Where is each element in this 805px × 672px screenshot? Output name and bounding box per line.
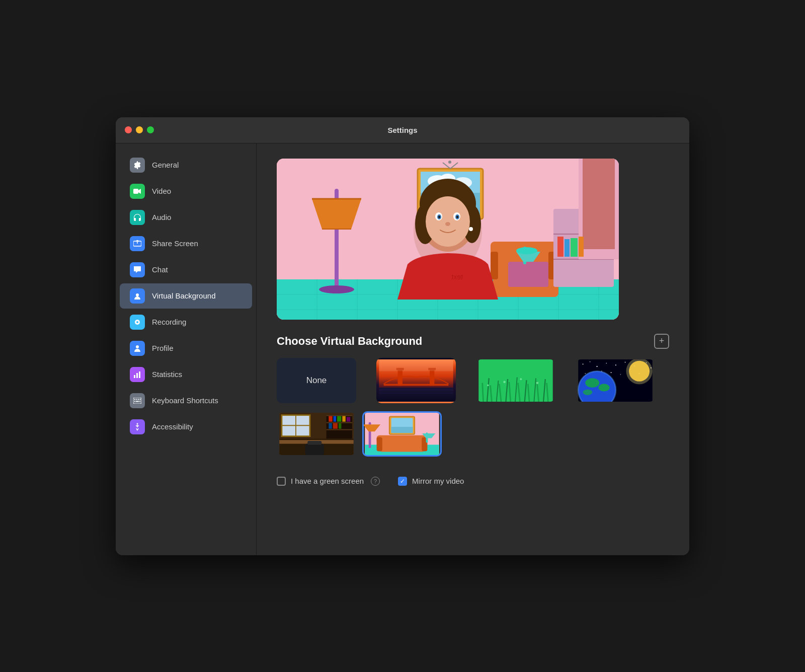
svg-point-114: [585, 373, 586, 374]
main-content: text Choose Virtual Background + None: [257, 143, 689, 555]
sidebar-label-general: General: [152, 161, 179, 169]
background-grid-row1: None: [277, 358, 669, 403]
sidebar-item-general[interactable]: General: [120, 153, 252, 178]
svg-point-107: [596, 365, 597, 366]
svg-rect-9: [133, 398, 141, 404]
svg-point-2: [136, 293, 139, 296]
accessibility-icon: [130, 419, 145, 434]
svg-point-124: [598, 384, 609, 391]
svg-rect-0: [133, 189, 138, 194]
svg-point-125: [583, 389, 593, 395]
sidebar-item-chat[interactable]: Chat: [120, 257, 252, 282]
svg-rect-78: [384, 384, 449, 386]
svg-rect-12: [138, 399, 139, 400]
sidebar-item-recording[interactable]: Recording: [120, 310, 252, 335]
sidebar-label-keyboard-shortcuts: Keyboard Shortcuts: [152, 396, 218, 405]
svg-point-108: [606, 362, 607, 363]
window-title: Settings: [387, 126, 417, 134]
svg-text:text: text: [451, 273, 463, 281]
svg-point-101: [503, 381, 506, 383]
svg-point-109: [615, 364, 616, 365]
profile-icon: [130, 341, 145, 356]
titlebar: Settings: [116, 117, 689, 143]
bg-cartoon-thumb[interactable]: [362, 411, 442, 457]
video-icon: [130, 184, 145, 199]
svg-rect-13: [140, 399, 141, 400]
svg-rect-135: [327, 429, 352, 430]
mirror-video-label[interactable]: ✓ Mirror my video: [398, 477, 464, 486]
sidebar-item-keyboard-shortcuts[interactable]: Keyboard Shortcuts: [120, 388, 252, 413]
svg-rect-56: [565, 239, 570, 257]
sidebar-item-video[interactable]: Video: [120, 179, 252, 204]
svg-rect-154: [377, 435, 428, 443]
green-screen-text: I have a green screen: [291, 477, 364, 485]
sidebar-label-virtual-background: Virtual Background: [152, 291, 215, 300]
svg-rect-149: [305, 443, 324, 455]
background-grid-row2: [277, 411, 669, 457]
svg-rect-159: [391, 427, 413, 433]
sidebar-item-share-screen[interactable]: Share Screen: [120, 231, 252, 256]
svg-rect-150: [307, 441, 321, 444]
svg-point-100: [487, 384, 489, 386]
svg-point-117: [611, 372, 612, 373]
bg-space-thumb[interactable]: [576, 358, 655, 403]
sidebar-label-statistics: Statistics: [152, 370, 182, 379]
svg-point-39: [448, 161, 451, 164]
chat-icon: [130, 262, 145, 277]
sidebar: General Video Audio: [116, 143, 257, 555]
bg-grass-thumb[interactable]: [476, 358, 555, 403]
svg-rect-143: [339, 423, 342, 428]
maximize-button[interactable]: [147, 126, 154, 133]
svg-rect-139: [342, 416, 346, 421]
svg-rect-55: [557, 237, 564, 257]
sidebar-item-statistics[interactable]: Statistics: [120, 362, 252, 387]
svg-rect-140: [347, 417, 350, 421]
choose-vbg-title: Choose Virtual Background +: [277, 334, 669, 349]
svg-point-123: [585, 378, 599, 388]
svg-point-45: [319, 285, 354, 293]
svg-point-71: [445, 222, 450, 226]
bg-office-thumb[interactable]: [277, 411, 356, 457]
svg-line-85: [482, 383, 484, 401]
svg-point-118: [620, 374, 621, 375]
svg-rect-58: [579, 237, 584, 257]
sidebar-label-audio: Audio: [152, 213, 171, 221]
svg-rect-15: [136, 401, 139, 402]
share-screen-icon: [130, 236, 145, 251]
svg-rect-14: [134, 401, 135, 402]
bg-none-thumb[interactable]: None: [277, 358, 356, 403]
svg-rect-134: [327, 422, 352, 423]
mirror-video-checkbox[interactable]: ✓: [398, 477, 407, 486]
svg-rect-141: [329, 423, 332, 428]
sidebar-item-virtual-background[interactable]: Virtual Background: [120, 283, 252, 309]
sidebar-label-profile: Profile: [152, 344, 174, 352]
svg-point-64: [426, 196, 470, 247]
footer-options: I have a green screen ? ✓ Mirror my vide…: [277, 472, 669, 486]
svg-rect-7: [136, 373, 138, 378]
bg-golden-gate-thumb[interactable]: [376, 358, 456, 403]
minimize-button[interactable]: [136, 126, 143, 133]
help-icon[interactable]: ?: [371, 477, 380, 486]
svg-rect-83: [379, 359, 453, 371]
svg-rect-51: [583, 159, 615, 249]
green-screen-label[interactable]: I have a green screen ?: [277, 477, 380, 486]
svg-rect-42: [491, 252, 498, 279]
sidebar-item-accessibility[interactable]: Accessibility: [120, 414, 252, 439]
green-screen-checkbox[interactable]: [277, 477, 286, 486]
svg-rect-137: [334, 416, 337, 421]
close-button[interactable]: [125, 126, 132, 133]
svg-rect-16: [139, 401, 140, 402]
svg-point-70: [456, 215, 458, 218]
svg-rect-133: [327, 415, 352, 416]
keyboard-icon: [130, 393, 145, 408]
content-area: General Video Audio: [116, 143, 689, 555]
svg-point-103: [536, 382, 539, 384]
sidebar-label-accessibility: Accessibility: [152, 422, 193, 431]
svg-point-102: [520, 378, 522, 380]
svg-point-54: [516, 247, 537, 254]
add-background-button[interactable]: +: [654, 334, 669, 349]
svg-point-110: [625, 361, 626, 362]
svg-point-5: [136, 345, 139, 348]
sidebar-item-audio[interactable]: Audio: [120, 205, 252, 230]
sidebar-item-profile[interactable]: Profile: [120, 336, 252, 361]
